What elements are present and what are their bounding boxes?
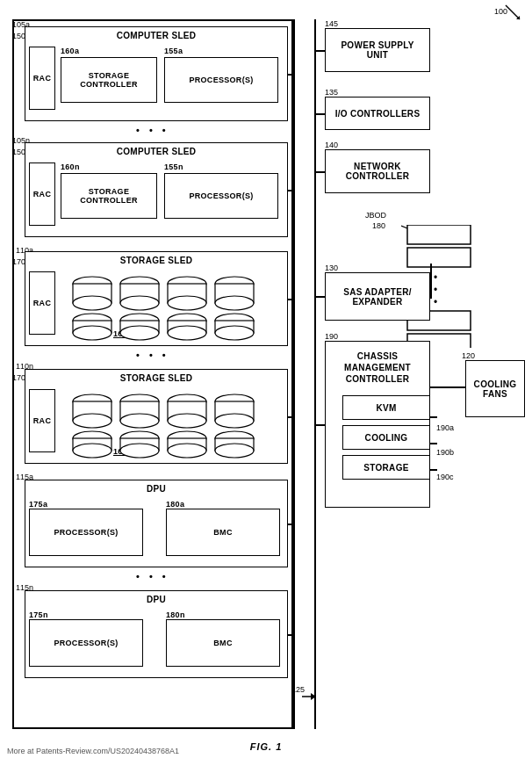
rac-a: RAC — [29, 47, 55, 110]
svg-point-43 — [120, 444, 159, 458]
computer-sled-n: COMPUTER SLED RAC 160n STORAGE CONTROLLE… — [25, 142, 288, 237]
svg-text:•: • — [434, 296, 437, 308]
ref-130: 130 — [325, 264, 338, 272]
storage-sled-a: STORAGE SLED RAC 165a — [25, 251, 288, 346]
chassis-mgmt-label: CHASSISMANAGEMENTCONTROLLER — [341, 347, 414, 388]
svg-rect-54 — [407, 225, 471, 244]
processor-a: PROCESSOR(S) — [164, 57, 278, 103]
rac-n-computer: RAC — [29, 162, 55, 226]
dpu-processor-a: PROCESSOR(S) — [29, 509, 143, 556]
conn-cooling-fans — [430, 386, 465, 388]
rac-storage-a: RAC — [29, 271, 55, 335]
dpu-a-label: DPU — [147, 484, 166, 494]
svg-line-0 — [506, 5, 520, 19]
svg-point-40 — [73, 444, 111, 458]
ref-160a: 160a — [61, 47, 79, 55]
svg-text:•: • — [434, 284, 437, 296]
ref-140: 140 — [325, 141, 338, 149]
svg-rect-55 — [407, 248, 471, 267]
connector-stor-n — [288, 416, 293, 418]
computer-sled-a-label: COMPUTER SLED — [117, 31, 197, 40]
svg-point-49 — [215, 444, 254, 458]
dpu-a: DPU 175a PROCESSOR(S) 180a BMC — [25, 480, 288, 567]
ref-120: 120 — [462, 351, 475, 360]
network-controller: NETWORK CONTROLLER — [325, 149, 430, 193]
ref-190c: 190c — [436, 473, 454, 481]
svg-marker-51 — [311, 693, 316, 700]
patent-label: More at Patents-Review.com/US20240438768… — [7, 747, 179, 755]
ref-145: 145 — [325, 19, 338, 28]
conn-190c — [430, 469, 437, 471]
storage-box: STORAGE — [342, 455, 430, 480]
ref-175n: 175n — [29, 610, 48, 619]
svg-point-19 — [120, 326, 159, 340]
ref-155a: 155a — [164, 47, 183, 55]
ref-190: 190 — [325, 332, 338, 341]
svg-text:•: • — [434, 271, 437, 284]
bus-line-left — [293, 19, 295, 729]
conn-sas — [316, 296, 325, 298]
ref-180n: 180n — [166, 610, 185, 619]
connector-stor-a — [288, 299, 293, 300]
storage-sled-n-label: STORAGE SLED — [120, 373, 192, 383]
connector-dpu-a — [288, 524, 293, 525]
svg-point-46 — [168, 444, 206, 458]
conn-io — [316, 113, 325, 115]
ref-180a: 180a — [166, 500, 184, 509]
svg-point-4 — [73, 296, 111, 310]
conn-network — [316, 171, 325, 173]
bus-line-right — [314, 19, 316, 729]
ref-190a: 190a — [436, 423, 454, 432]
conn-sas-jbod — [430, 264, 432, 299]
svg-point-7 — [120, 296, 159, 310]
connector-comp-n — [288, 190, 293, 191]
conn-190b — [430, 443, 437, 444]
chassis-mgmt: CHASSISMANAGEMENTCONTROLLER KVM COOLING … — [325, 341, 430, 508]
io-controllers: I/O CONTROLLERS — [325, 97, 430, 130]
dots-storage: • • • — [136, 350, 169, 360]
storage-disks-n — [68, 389, 261, 459]
ref-125-arrow — [302, 689, 320, 704]
dpu-n: DPU 175n PROCESSOR(S) 180n BMC — [25, 590, 288, 678]
storage-disks-a — [68, 271, 261, 342]
svg-point-31 — [120, 414, 159, 428]
dots-computer: • • • — [136, 125, 169, 135]
conn-190a — [430, 416, 437, 418]
conn-power — [316, 50, 325, 52]
processor-n: PROCESSOR(S) — [164, 173, 278, 219]
kvm-box: KVM — [342, 395, 430, 420]
dots-dpu: • • • — [136, 571, 169, 581]
svg-point-13 — [215, 296, 254, 310]
computer-sled-n-label: COMPUTER SLED — [117, 147, 197, 156]
svg-point-28 — [73, 414, 111, 428]
connector-dpu-n — [288, 634, 293, 636]
cooling-fans: COOLING FANS — [465, 360, 525, 417]
bmc-a: BMC — [166, 509, 280, 556]
svg-point-34 — [168, 414, 206, 428]
ref-180-jbod: 180 — [372, 221, 385, 230]
dpu-processor-n: PROCESSOR(S) — [29, 619, 143, 667]
dpu-n-label: DPU — [147, 595, 166, 604]
svg-point-25 — [215, 326, 254, 340]
storage-controller-a: STORAGE CONTROLLER — [61, 57, 157, 103]
svg-point-37 — [215, 414, 254, 428]
fig-label: FIG. 1 — [250, 741, 283, 752]
storage-sled-n: STORAGE SLED RAC 165n — [25, 369, 288, 464]
bmc-n: BMC — [166, 619, 280, 667]
storage-sled-a-label: STORAGE SLED — [120, 256, 192, 265]
computer-sled-a: COMPUTER SLED RAC 160a STORAGE CONTROLLE… — [25, 26, 288, 121]
svg-point-16 — [73, 326, 111, 340]
svg-point-10 — [168, 296, 206, 310]
diagram: 100 105a 150a COMPUTER SLED RAC 160a STO… — [0, 0, 532, 755]
cooling-box: COOLING — [342, 425, 430, 450]
conn-chassis — [316, 424, 325, 426]
ref-190b: 190b — [436, 448, 454, 457]
ref-135: 135 — [325, 88, 338, 97]
ref-175a: 175a — [29, 500, 47, 509]
storage-controller-n: STORAGE CONTROLLER — [61, 173, 157, 219]
power-supply: POWER SUPPLY UNIT — [325, 28, 430, 72]
rac-storage-n: RAC — [29, 389, 55, 452]
svg-point-22 — [168, 326, 206, 340]
ref-jbod-label: JBOD — [365, 211, 386, 220]
ref-155n: 155n — [164, 162, 183, 171]
